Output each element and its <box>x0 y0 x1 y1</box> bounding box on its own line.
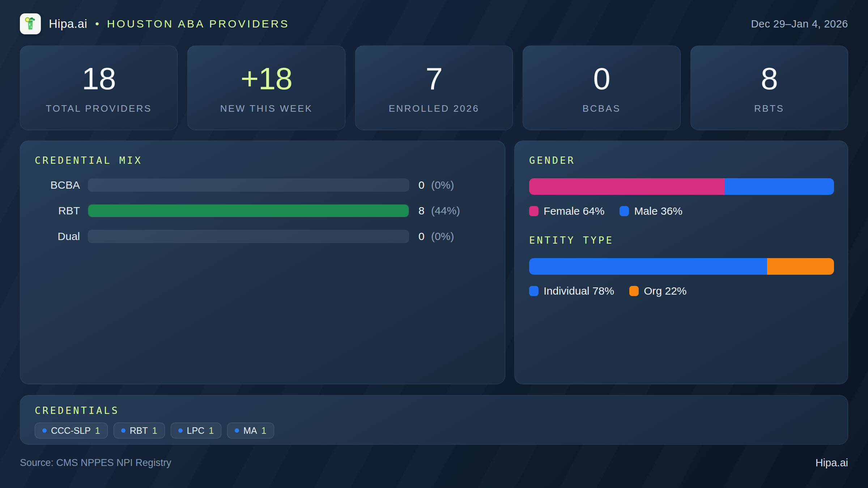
mix-bar-track <box>88 204 409 217</box>
stat-card-total-providers: 18 TOTAL PROVIDERS <box>20 46 178 130</box>
chip-lpc[interactable]: LPC 1 <box>171 423 222 438</box>
gender-segment-male <box>724 178 834 195</box>
mix-row-dual: Dual 0 (0%) <box>35 230 490 243</box>
chip-ccc-slp[interactable]: CCC-SLP 1 <box>35 423 108 438</box>
date-range-label: Dec 29–Jan 4, 2026 <box>751 18 848 30</box>
stat-card-rbts: 8 RBTS <box>690 46 848 130</box>
gender-title: GENDER <box>529 155 833 166</box>
entity-segment-org <box>767 258 834 275</box>
credentials-title: CREDENTIALS <box>35 405 833 416</box>
demographics-panel: GENDER Female 64% Male 36% ENTITY TYPE <box>514 141 848 384</box>
credential-mix-panel: CREDENTIAL MIX BCBA 0 (0%) RBT <box>20 141 505 384</box>
chip-dot-icon <box>235 428 239 433</box>
mix-count: 0 <box>418 230 425 242</box>
stat-value: 0 <box>593 63 610 94</box>
chip-label: LPC <box>187 425 205 436</box>
stat-value: +18 <box>241 63 292 94</box>
chip-rbt[interactable]: RBT 1 <box>114 423 165 438</box>
chip-ma[interactable]: MA 1 <box>227 423 274 438</box>
chip-dot-icon <box>121 428 125 433</box>
gender-segment-female <box>529 178 724 195</box>
header-bar: Hipa.ai • HOUSTON ABA PROVIDERS Dec 29–J… <box>20 12 848 35</box>
entity-type-stacked-bar <box>529 258 834 275</box>
male-swatch-icon <box>620 206 629 216</box>
gender-stacked-bar <box>529 178 834 195</box>
chip-dot-icon <box>42 428 47 433</box>
mix-row-label: RBT <box>35 205 80 217</box>
legend-item-individual: Individual 78% <box>529 285 614 297</box>
dashboard-page: Hipa.ai • HOUSTON ABA PROVIDERS Dec 29–J… <box>0 12 868 488</box>
chip-dot-icon <box>178 428 183 433</box>
credential-mix-rows: BCBA 0 (0%) RBT 8 (4 <box>35 178 490 243</box>
source-label: Source: CMS NPPES NPI Registry <box>20 457 171 468</box>
stat-label: RBTS <box>754 104 784 113</box>
legend-label: Org 22% <box>644 285 686 297</box>
footer: Source: CMS NPPES NPI Registry Hipa.ai <box>20 457 848 469</box>
legend-item-org: Org 22% <box>629 285 686 297</box>
mix-row-value: 0 (0%) <box>418 179 454 191</box>
chip-label: CCC-SLP <box>51 425 91 436</box>
page-title: HOUSTON ABA PROVIDERS <box>107 18 290 30</box>
mix-row-label: Dual <box>35 230 80 243</box>
chip-count: 1 <box>95 425 100 436</box>
stat-value: 18 <box>82 63 116 94</box>
chip-count: 1 <box>152 425 157 436</box>
main-content: CREDENTIAL MIX BCBA 0 (0%) RBT <box>20 141 848 384</box>
mojito-drink-icon <box>22 16 38 32</box>
stat-label: NEW THIS WEEK <box>220 104 313 113</box>
mix-percent: (44%) <box>431 205 460 217</box>
mix-bar-fill <box>88 205 409 217</box>
stat-card-new-this-week: +18 NEW THIS WEEK <box>187 46 345 130</box>
entity-type-legend: Individual 78% Org 22% <box>529 285 833 297</box>
legend-item-male: Male 36% <box>620 205 682 217</box>
chip-count: 1 <box>261 425 267 436</box>
legend-label: Female 64% <box>544 205 604 217</box>
chip-label: MA <box>243 425 257 436</box>
footer-brand: Hipa.ai <box>816 457 848 469</box>
stat-value: 7 <box>426 63 443 94</box>
legend-label: Male 36% <box>634 205 682 217</box>
entity-type-title: ENTITY TYPE <box>529 235 833 246</box>
gender-legend: Female 64% Male 36% <box>529 205 833 217</box>
stat-value: 8 <box>761 63 778 94</box>
chip-label: RBT <box>130 425 148 436</box>
mix-count: 0 <box>418 179 425 191</box>
female-swatch-icon <box>529 206 539 216</box>
mix-row-value: 8 (44%) <box>418 205 460 217</box>
entity-segment-individual <box>529 258 767 275</box>
credentials-panel: CREDENTIALS CCC-SLP 1 RBT 1 LPC 1 MA 1 <box>20 395 848 445</box>
stat-label: ENROLLED 2026 <box>389 104 480 113</box>
stats-row: 18 TOTAL PROVIDERS +18 NEW THIS WEEK 7 E… <box>20 46 848 130</box>
credential-mix-title: CREDENTIAL MIX <box>35 155 490 166</box>
brand-name: Hipa.ai <box>49 17 87 31</box>
stat-card-enrolled-2026: 7 ENROLLED 2026 <box>355 46 513 130</box>
org-swatch-icon <box>629 286 639 296</box>
mix-bar-track <box>88 230 409 243</box>
app-logo <box>20 13 41 34</box>
legend-label: Individual 78% <box>544 285 614 297</box>
chip-count: 1 <box>209 425 214 436</box>
individual-swatch-icon <box>529 286 539 296</box>
mix-percent: (0%) <box>431 230 454 242</box>
credentials-chips: CCC-SLP 1 RBT 1 LPC 1 MA 1 <box>35 423 833 438</box>
title-separator-dot: • <box>95 18 99 30</box>
mix-percent: (0%) <box>431 179 454 191</box>
stat-label: TOTAL PROVIDERS <box>46 104 152 113</box>
mix-bar-track <box>88 179 409 192</box>
mix-row-label: BCBA <box>35 179 80 191</box>
stat-card-bcbas: 0 BCBAS <box>523 46 680 130</box>
mix-row-rbt: RBT 8 (44%) <box>35 204 490 218</box>
mix-count: 8 <box>418 205 425 217</box>
stat-label: BCBAS <box>583 104 621 113</box>
legend-item-female: Female 64% <box>529 205 604 217</box>
mix-row-bcba: BCBA 0 (0%) <box>35 178 490 192</box>
mix-row-value: 0 (0%) <box>418 230 454 243</box>
